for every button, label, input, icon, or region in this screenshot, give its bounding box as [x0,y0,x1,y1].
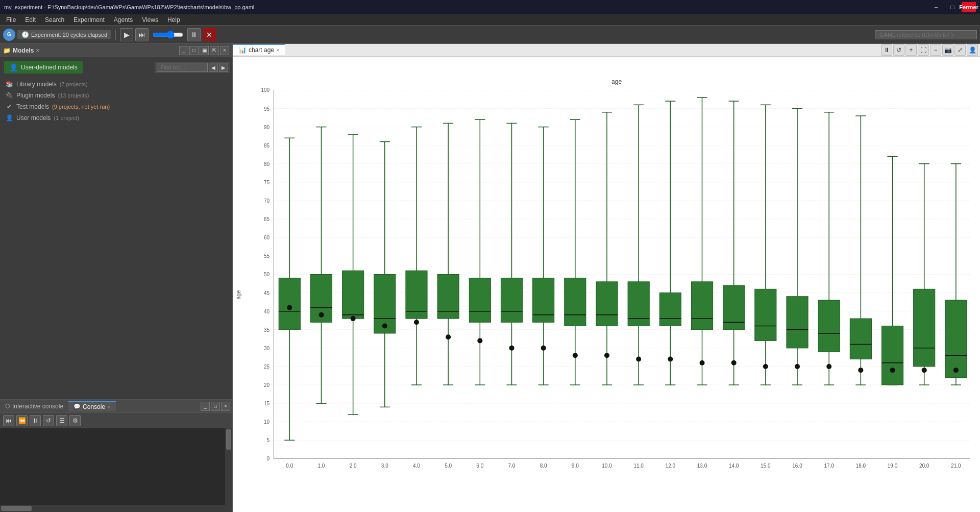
svg-text:7.0: 7.0 [508,463,516,469]
content-area: 📁 Models × _ □ ▣ ⇱ × 👤 User [0,44,980,512]
svg-rect-60 [342,271,364,319]
console-list-btn[interactable]: ☰ [56,415,67,426]
svg-rect-165 [818,300,840,352]
menu-views[interactable]: Views [138,15,162,25]
console-scrollbar-h[interactable] [0,505,232,512]
svg-point-118 [604,353,609,358]
svg-rect-151 [755,289,776,340]
step-button[interactable]: ⏭ [135,28,149,41]
tree-item-plugin[interactable]: 🔌 Plugin models (13 projects) [2,90,230,101]
chart-zoom-out-btn[interactable]: − [930,44,941,56]
console-settings-btn[interactable]: ⚙ [69,415,81,426]
chart-age-tab[interactable]: 📊 chart age × [233,44,285,55]
svg-point-188 [922,368,927,373]
chart-camera-btn[interactable]: 📷 [942,44,953,56]
boxplot-14 [723,101,745,385]
svg-text:90: 90 [264,125,270,130]
chart-fullscreen-btn[interactable]: ⤢ [954,44,966,56]
chart-svg: age age [233,57,980,512]
library-count: (7 projects) [60,81,88,87]
find-input[interactable] [157,63,208,72]
menu-edit[interactable]: Edit [21,15,40,25]
svg-text:35: 35 [264,327,270,333]
tree-item-test[interactable]: ✔ Test models (9 projects, not yet run) [2,101,230,112]
tree-item-library[interactable]: 📚 Library models (7 projects) [2,79,230,90]
console-tab-bar: ⬡ Interactive console 💬 Console × _ □ × [0,400,232,413]
boxplot-16 [787,109,808,385]
models-expand-btn[interactable]: ⇱ [210,46,219,55]
models-panel-close[interactable]: × [36,47,39,54]
svg-point-125 [636,356,641,361]
console-pause-btn[interactable]: ⏸ [30,415,41,426]
console-scrollbar-h-thumb[interactable] [1,506,32,511]
svg-text:100: 100 [261,87,270,93]
console-tab[interactable]: 💬 Console × [68,401,115,411]
svg-text:10.0: 10.0 [602,463,612,469]
console-minimize-btn[interactable]: _ [201,402,210,411]
console-scrollbar-thumb[interactable] [226,429,231,450]
models-panel: 📁 Models × _ □ ▣ ⇱ × 👤 User [0,44,232,400]
models-close-btn[interactable]: × [220,46,229,55]
svg-text:20.0: 20.0 [919,463,929,469]
user-defined-models-button[interactable]: 👤 User-defined models [4,61,83,74]
speed-slider[interactable] [153,31,183,39]
console-maximize-btn[interactable]: □ [211,402,220,411]
chart-pause-btn[interactable]: ⏸ [881,44,892,56]
boxplot-15 [755,105,776,385]
console-reload-btn[interactable]: ↺ [43,415,54,426]
models-top-bar: 👤 User-defined models ◀ ▶ [0,57,232,77]
console-close-btn[interactable]: × [107,404,110,410]
find-prev-btn[interactable]: ◀ [209,63,218,72]
console-area [0,428,232,505]
menu-help[interactable]: Help [163,15,184,25]
boxplot-19 [881,156,903,385]
experiment-status: 🕐 Experiment: 20 cycles elapsed [17,30,111,39]
svg-point-55 [318,312,324,318]
app-logo: G [3,29,15,41]
svg-rect-186 [914,289,935,367]
console-close-panel-btn[interactable]: × [221,402,230,411]
maximize-button[interactable]: □ [945,2,960,12]
stop-button[interactable]: ✕ [203,28,216,41]
svg-rect-179 [881,326,903,385]
models-minimize-btn[interactable]: _ [179,46,188,55]
pause-button[interactable]: ⏸ [187,28,201,41]
chart-zoom-in-btn[interactable]: + [905,44,917,56]
interactive-console-tab[interactable]: ⬡ Interactive console [0,402,68,411]
svg-text:75: 75 [264,180,270,185]
models-maximize-btn[interactable]: ▣ [200,46,209,55]
svg-text:16.0: 16.0 [792,463,802,469]
gaml-search-input[interactable] [875,30,977,39]
chart-panel: 📊 chart age × ⏸ ↺ + ⛶ − 📷 ⤢ 👤 [233,44,980,512]
console-prev-btn[interactable]: ⏪ [16,415,28,426]
svg-text:5: 5 [267,437,270,443]
chart-tab-close-btn[interactable]: × [276,47,279,53]
menu-search[interactable]: Search [41,15,68,25]
console-scrollbar-v[interactable] [225,428,232,505]
left-panel: 📁 Models × _ □ ▣ ⇱ × 👤 User [0,44,233,512]
chart-extra-btn[interactable]: 👤 [967,44,978,56]
chart-fit-btn[interactable]: ⛶ [918,44,929,56]
play-button[interactable]: ▶ [120,28,133,41]
find-next-btn[interactable]: ▶ [219,63,228,72]
boxplot-6 [469,119,491,385]
tree-item-user[interactable]: 👤 User models (1 project) [2,112,230,124]
svg-rect-193 [945,300,967,378]
svg-text:10: 10 [264,419,270,425]
plugin-models-label: Plugin models [16,92,55,99]
svg-text:80: 80 [264,161,270,167]
boxplot-18 [850,116,871,385]
chart-tab-label: chart age [249,46,274,54]
chart-reload-btn[interactable]: ↺ [893,44,904,56]
menu-agents[interactable]: Agents [110,15,137,25]
boxplot-9 [565,119,586,385]
boxplot-13 [691,97,713,385]
menu-file[interactable]: File [2,15,20,25]
toolbar: G 🕐 Experiment: 20 cycles elapsed ▶ ⏭ ⏸ … [0,26,980,44]
menu-experiment[interactable]: Experiment [69,15,109,25]
close-button[interactable]: Fermer [962,2,976,12]
svg-point-174 [858,368,863,373]
models-tile-btn[interactable]: □ [189,46,199,55]
minimize-button[interactable]: – [929,2,943,12]
console-first-btn[interactable]: ⏮ [3,415,14,426]
